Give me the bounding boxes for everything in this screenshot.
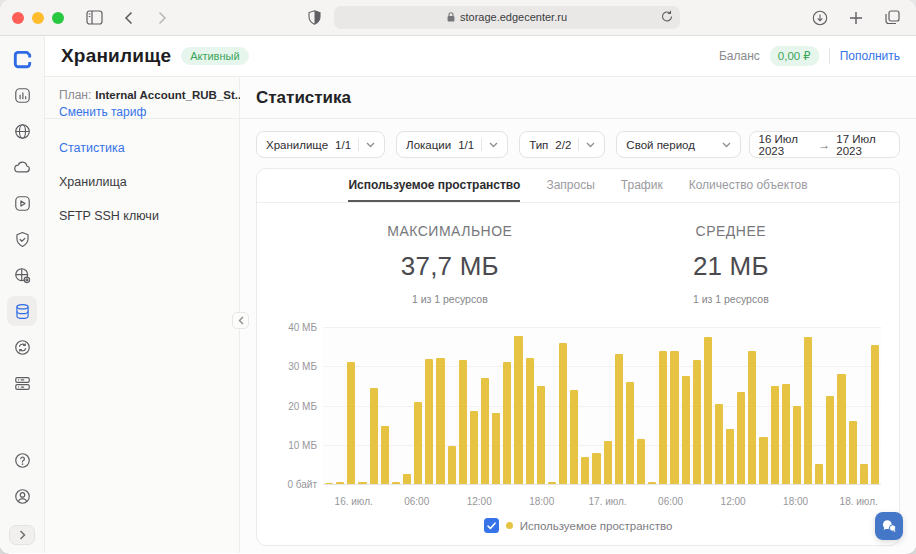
y-tick-label: 40 МБ xyxy=(288,322,317,333)
chart-bar xyxy=(470,411,478,484)
sidebar-toggle-icon[interactable] xyxy=(82,6,106,30)
address-bar-area: storage.edgecenter.ru xyxy=(184,6,798,30)
plan-value: Internal Account_RUB_St... xyxy=(95,89,244,101)
lock-icon xyxy=(447,12,455,22)
stat-title: МАКСИМАЛЬНОЕ xyxy=(387,223,512,239)
type-filter-dropdown[interactable]: Тип 2/2 xyxy=(519,131,605,158)
storage-nav-icon[interactable] xyxy=(7,296,37,326)
forward-button[interactable] xyxy=(150,6,174,30)
sidebar-item-statistics[interactable]: Статистика xyxy=(59,141,225,155)
privacy-shield-icon[interactable] xyxy=(302,6,326,30)
expand-rail-button[interactable] xyxy=(9,525,35,545)
downloads-icon[interactable] xyxy=(808,6,832,30)
minimize-window-button[interactable] xyxy=(32,12,44,24)
y-tick-label: 0 байт xyxy=(287,479,317,490)
sync-nav-icon[interactable] xyxy=(7,332,37,362)
topup-link[interactable]: Пополнить xyxy=(840,49,900,63)
storage-filter-dropdown[interactable]: Хранилище 1/1 xyxy=(256,131,385,158)
filter-count: 1/1 xyxy=(458,139,474,151)
chart-bar xyxy=(793,406,801,485)
locations-filter-dropdown[interactable]: Локации 1/1 xyxy=(396,131,508,158)
y-tick-label: 20 МБ xyxy=(288,400,317,411)
summary-stats: МАКСИМАЛЬНОЕ 37,7 МБ 1 из 1 ресурсов СРЕ… xyxy=(257,203,899,309)
streaming-nav-icon[interactable] xyxy=(7,188,37,218)
filter-count: 1/1 xyxy=(335,139,351,151)
chart-bar xyxy=(659,351,667,484)
cdn-globe-nav-icon[interactable] xyxy=(7,116,37,146)
date-to: 17 Июл 2023 xyxy=(836,133,890,157)
sidebar: План: Internal Account_RUB_St... i Смени… xyxy=(45,77,240,553)
collapse-sidebar-button[interactable] xyxy=(232,312,249,329)
tab-object-count[interactable]: Количество объектов xyxy=(689,178,808,202)
chart-bar xyxy=(325,483,333,484)
chart-bar xyxy=(626,382,634,484)
user-profile-icon[interactable] xyxy=(7,481,37,511)
help-icon[interactable] xyxy=(7,445,37,475)
chart-bar xyxy=(548,482,556,484)
x-tick-label: 18. июл. xyxy=(840,496,878,507)
chart-bar xyxy=(648,482,656,484)
arrow-right-icon: → xyxy=(818,138,830,152)
stat-subtitle: 1 из 1 ресурсов xyxy=(387,293,512,305)
tab-used-space[interactable]: Используемое пространство xyxy=(348,178,520,202)
chart-bar xyxy=(682,376,690,484)
chart-bar xyxy=(726,429,734,484)
url-field[interactable]: storage.edgecenter.ru xyxy=(334,6,680,29)
cloud-nav-icon[interactable] xyxy=(7,152,37,182)
chart-bar xyxy=(414,402,422,484)
app-header: Хранилище Активный Баланс 0,00 ₽ Пополни… xyxy=(45,36,916,77)
filter-row: Хранилище 1/1 Локации 1/1 Тип xyxy=(240,119,916,158)
zoom-window-button[interactable] xyxy=(52,12,64,24)
product-rail xyxy=(0,36,45,553)
chevron-down-icon xyxy=(489,142,498,148)
tab-overview-icon[interactable] xyxy=(880,6,904,30)
chevron-down-icon xyxy=(366,142,375,148)
chart-bar xyxy=(637,439,645,484)
sidebar-item-storages[interactable]: Хранилища xyxy=(59,175,225,189)
close-window-button[interactable] xyxy=(12,12,24,24)
stat-maximum: МАКСИМАЛЬНОЕ 37,7 МБ 1 из 1 ресурсов xyxy=(387,223,512,305)
tab-traffic[interactable]: Трафик xyxy=(621,178,663,202)
chart-bar xyxy=(860,464,868,484)
period-dropdown[interactable]: Свой период xyxy=(616,131,740,158)
hosting-server-nav-icon[interactable] xyxy=(7,368,37,398)
gridline xyxy=(323,484,881,485)
edgecenter-logo-icon[interactable] xyxy=(7,44,37,74)
chart-bars xyxy=(325,327,879,484)
chart-bar xyxy=(592,453,600,484)
ddos-protection-nav-icon[interactable] xyxy=(7,224,37,254)
chart-legend: Используемое пространство xyxy=(257,508,899,545)
app-root: Хранилище Активный Баланс 0,00 ₽ Пополни… xyxy=(0,36,916,553)
chart-bar xyxy=(815,464,823,484)
legend-checkbox[interactable] xyxy=(484,518,499,533)
dns-globe-gear-nav-icon[interactable] xyxy=(7,260,37,290)
chart-bar xyxy=(403,474,411,484)
x-tick-label: 06:00 xyxy=(404,496,429,507)
sidebar-item-sftp-ssh-keys[interactable]: SFTP SSH ключи xyxy=(59,209,225,223)
support-chat-button[interactable] xyxy=(875,512,903,540)
chart-bar xyxy=(715,404,723,484)
chart-bar xyxy=(782,384,790,484)
chart-bar xyxy=(570,390,578,484)
new-tab-icon[interactable] xyxy=(844,6,868,30)
chart-bar xyxy=(826,396,834,484)
chart-tabs: Используемое пространство Запросы Трафик… xyxy=(257,169,899,203)
chart-bar xyxy=(615,354,623,484)
status-badge: Активный xyxy=(181,47,248,65)
back-button[interactable] xyxy=(116,6,140,30)
x-tick-label: 18:00 xyxy=(529,496,554,507)
statistics-nav-icon[interactable] xyxy=(7,80,37,110)
page-title: Хранилище xyxy=(61,45,171,67)
legend-label: Используемое пространство xyxy=(520,520,673,532)
chart-x-axis: 16. июл.06:0012:0018:0017. июл.06:0012:0… xyxy=(323,492,881,508)
reload-icon[interactable] xyxy=(661,10,673,25)
plan-block: План: Internal Account_RUB_St... i Смени… xyxy=(45,77,239,119)
date-from: 16 Июл 2023 xyxy=(759,133,813,157)
chart-bar xyxy=(448,446,456,484)
date-range-picker[interactable]: 16 Июл 2023 → 17 Июл 2023 xyxy=(749,131,900,158)
tab-requests[interactable]: Запросы xyxy=(546,178,594,202)
toolbar-right xyxy=(808,6,904,30)
chart-bar xyxy=(425,359,433,484)
change-tariff-link[interactable]: Сменить тариф xyxy=(59,105,225,119)
chart-bar xyxy=(336,482,344,484)
